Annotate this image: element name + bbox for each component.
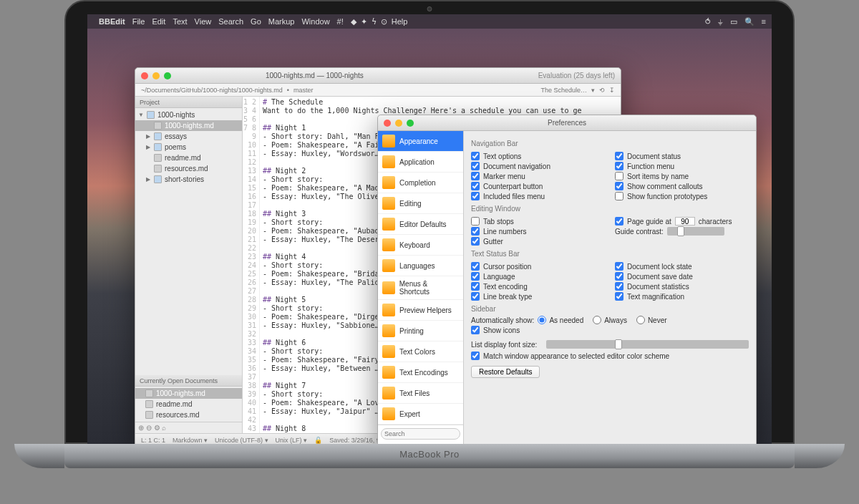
pref-checkbox[interactable] xyxy=(471,227,480,236)
menu-help[interactable]: Help xyxy=(392,17,408,26)
open-doc-item[interactable]: 1000-nights.md xyxy=(135,388,242,399)
airport-icon[interactable]: ⏚ xyxy=(718,17,723,26)
match-scheme-checkbox[interactable] xyxy=(471,352,480,360)
pref-checkbox[interactable] xyxy=(615,172,623,180)
prefs-titlebar[interactable]: Preferences xyxy=(378,115,756,131)
pref-checkbox[interactable] xyxy=(615,192,623,200)
pref-checkbox[interactable] xyxy=(471,182,480,190)
menu-edit[interactable]: Edit xyxy=(152,17,165,26)
menu-view[interactable]: View xyxy=(195,17,212,26)
toolbar-icon[interactable]: ◆ xyxy=(351,17,356,26)
menu-text[interactable]: Text xyxy=(173,17,187,26)
category-icon xyxy=(382,155,395,168)
pref-checkbox[interactable] xyxy=(471,192,480,200)
menu-window[interactable]: Window xyxy=(301,17,329,26)
menu-file[interactable]: File xyxy=(132,17,145,26)
sidebar-item[interactable]: readme.md xyxy=(135,152,242,163)
folder-icon xyxy=(147,111,155,119)
section-label: Text Status Bar xyxy=(471,250,749,258)
evaluation-label: Evaluation (25 days left) xyxy=(538,72,615,79)
toolbar-icon[interactable]: ✦ xyxy=(361,17,367,26)
guide-contrast-slider[interactable] xyxy=(667,227,724,236)
app-menu[interactable]: BBEdit xyxy=(99,17,125,26)
pref-checkbox[interactable] xyxy=(471,272,480,281)
prefs-category-languages[interactable]: Languages xyxy=(378,256,463,276)
prefs-category-application[interactable]: Application xyxy=(378,152,463,173)
open-doc-item[interactable]: readme.md xyxy=(135,399,242,410)
pref-checkbox[interactable] xyxy=(615,272,623,281)
pref-checkbox[interactable] xyxy=(615,182,623,190)
pref-checkbox[interactable] xyxy=(471,262,480,271)
sidebar-item[interactable]: 1000-nights.md xyxy=(135,120,242,131)
open-doc-item[interactable]: resources.md xyxy=(135,410,242,420)
prefs-category-editing[interactable]: Editing xyxy=(378,193,463,214)
sidebar-item[interactable]: ▶essays xyxy=(135,131,242,142)
show-icons-checkbox[interactable] xyxy=(471,326,480,334)
sidebar-auto-asneeded[interactable] xyxy=(538,316,546,324)
path-bar[interactable]: ~/Documents/GitHub/1000-nights/1000-nigh… xyxy=(135,84,621,97)
pref-option: Sort items by name xyxy=(615,172,749,180)
zoom-icon[interactable] xyxy=(407,120,414,127)
prefs-category-preview-helpers[interactable]: Preview Helpers xyxy=(378,300,463,321)
toolbar-icon[interactable]: ϟ xyxy=(372,17,377,26)
menu-go[interactable]: Go xyxy=(251,17,261,26)
list-font-slider[interactable] xyxy=(546,340,749,349)
pref-checkbox[interactable] xyxy=(471,217,480,226)
encoding-popup[interactable]: Unicode (UTF-8) ▾ xyxy=(215,437,268,444)
prefs-category-text-files[interactable]: Text Files xyxy=(378,383,463,404)
folder-icon xyxy=(154,143,162,151)
prefs-search-input[interactable] xyxy=(381,428,460,440)
pref-checkbox[interactable] xyxy=(615,262,623,271)
lock-icon[interactable]: 🔓 xyxy=(314,437,322,444)
sidebar-auto-always[interactable] xyxy=(593,316,601,324)
menu-shebang[interactable]: #! xyxy=(337,17,344,26)
category-icon xyxy=(382,238,395,251)
prefs-category-completion[interactable]: Completion xyxy=(378,173,463,193)
pref-checkbox[interactable] xyxy=(471,152,480,160)
battery-icon[interactable]: ▭ xyxy=(730,17,737,26)
toolbar-icon[interactable]: ⊙ xyxy=(381,17,387,26)
pref-checkbox[interactable] xyxy=(615,152,623,160)
prefs-category-printing[interactable]: Printing xyxy=(378,321,463,341)
sidebar-root[interactable]: ▼1000-nights xyxy=(135,110,242,120)
wifi-icon[interactable]: ⥀ xyxy=(705,17,711,26)
spotlight-icon[interactable]: 🔍 xyxy=(744,17,754,26)
prefs-category-expert[interactable]: Expert xyxy=(378,404,463,425)
pref-checkbox[interactable] xyxy=(615,292,623,301)
pref-checkbox[interactable] xyxy=(471,172,480,180)
minimize-icon[interactable] xyxy=(395,120,402,127)
pref-checkbox[interactable] xyxy=(471,162,480,170)
pref-checkbox[interactable] xyxy=(615,282,623,291)
lineend-popup[interactable]: Unix (LF) ▾ xyxy=(276,437,308,444)
sidebar-auto-never[interactable] xyxy=(636,316,645,324)
sidebar-item[interactable]: ▶short-stories xyxy=(135,174,242,185)
pref-checkbox[interactable] xyxy=(471,292,480,301)
prefs-category-text-colors[interactable]: Text Colors xyxy=(378,341,463,362)
page-guide-input[interactable] xyxy=(675,217,695,226)
close-icon[interactable] xyxy=(141,72,148,79)
menu-search[interactable]: Search xyxy=(218,17,243,26)
section-label: Navigation Bar xyxy=(471,140,749,147)
language-popup[interactable]: Markdown ▾ xyxy=(173,437,208,444)
prefs-category-keyboard[interactable]: Keyboard xyxy=(378,235,463,256)
pref-checkbox[interactable] xyxy=(471,282,480,291)
prefs-category-editor-defaults[interactable]: Editor Defaults xyxy=(378,214,463,235)
menu-markup[interactable]: Markup xyxy=(268,17,295,26)
prefs-category-text-encodings[interactable]: Text Encodings xyxy=(378,362,463,383)
close-icon[interactable] xyxy=(384,120,391,127)
pref-checkbox[interactable] xyxy=(615,162,623,170)
cursor-location: L: 1 C: 1 xyxy=(141,437,165,444)
sidebar-item[interactable]: ▶poems xyxy=(135,142,242,152)
zoom-icon[interactable] xyxy=(164,72,171,79)
sidebar-item[interactable]: resources.md xyxy=(135,163,242,174)
editor-titlebar[interactable]: 1000-nights.md — 1000-nights Evaluation … xyxy=(135,68,621,84)
section-popup[interactable]: The Schedule… xyxy=(540,87,587,94)
prefs-category-appearance[interactable]: Appearance xyxy=(378,131,463,152)
list-icon[interactable]: ≡ xyxy=(762,17,766,26)
prefs-category-menus-shortcuts[interactable]: Menus & Shortcuts xyxy=(378,276,463,300)
page-guide-checkbox[interactable] xyxy=(615,217,623,226)
pref-option: Document save date xyxy=(615,272,749,281)
pref-checkbox[interactable] xyxy=(471,237,480,246)
restore-defaults-button[interactable]: Restore Defaults xyxy=(471,366,540,378)
minimize-icon[interactable] xyxy=(152,72,160,79)
